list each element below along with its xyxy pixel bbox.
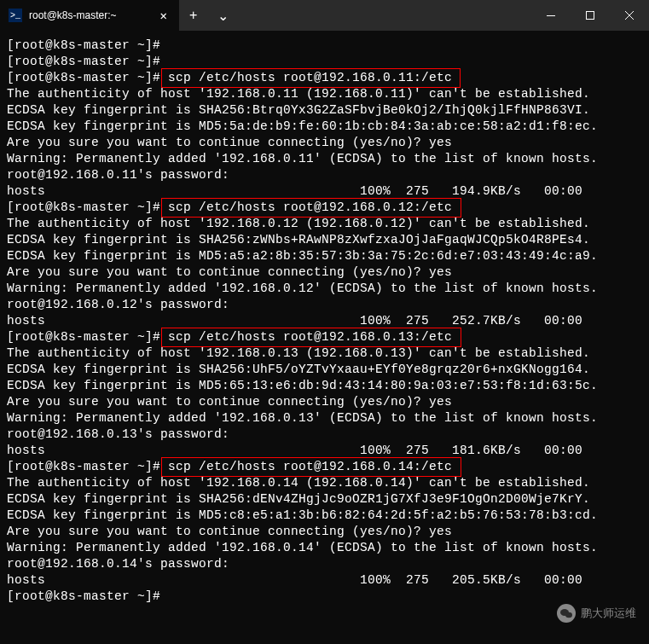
terminal-line: [root@k8s-master ~]# scp /etc/hosts root… [7, 200, 642, 216]
terminal-line: Warning: Permanently added '192.168.0.14… [7, 540, 642, 556]
tabs-area: >_ root@k8s-master:~ ✕ + ⌄ [0, 0, 239, 31]
terminal-line: [root@k8s-master ~]# [7, 589, 642, 605]
terminal-line: root@192.168.0.13's password: [7, 426, 642, 443]
window-controls [531, 0, 649, 31]
terminal-line: hosts 100% 275 181.6KB/s 00:00 [7, 443, 642, 459]
terminal-line: hosts 100% 275 252.7KB/s 00:00 [7, 313, 642, 329]
terminal-line: The authenticity of host '192.168.0.12 (… [7, 216, 642, 232]
maximize-icon [586, 11, 594, 20]
close-window-button[interactable] [610, 0, 649, 31]
powershell-icon: >_ [9, 9, 22, 22]
terminal-line: hosts 100% 275 194.9KB/s 00:00 [7, 183, 642, 200]
terminal-line: [root@k8s-master ~]# [7, 38, 642, 54]
terminal-tab[interactable]: >_ root@k8s-master:~ ✕ [0, 0, 179, 31]
terminal-line: ECDSA key fingerprint is MD5:65:13:e6:db… [7, 378, 642, 394]
terminal-line: ECDSA key fingerprint is MD5:a5:a2:8b:35… [7, 248, 642, 264]
svg-point-5 [565, 612, 572, 618]
close-tab-icon[interactable]: ✕ [157, 7, 171, 25]
terminal-line: The authenticity of host '192.168.0.11 (… [7, 86, 642, 102]
terminal-line: The authenticity of host '192.168.0.13 (… [7, 345, 642, 362]
svg-rect-1 [587, 12, 594, 20]
terminal-line: Are you sure you want to continue connec… [7, 264, 642, 281]
terminal-line: [root@k8s-master ~]# scp /etc/hosts root… [7, 459, 642, 475]
terminal-line: ECDSA key fingerprint is SHA256:dENv4ZHg… [7, 491, 642, 508]
terminal-line: root@192.168.0.11's password: [7, 167, 642, 183]
terminal-output[interactable]: [root@k8s-master ~]# [root@k8s-master ~]… [0, 31, 649, 612]
window-titlebar: >_ root@k8s-master:~ ✕ + ⌄ [0, 0, 649, 31]
watermark-text: 鹏大师运维 [581, 606, 636, 621]
wechat-icon [557, 604, 576, 623]
terminal-line: [root@k8s-master ~]# scp /etc/hosts root… [7, 329, 642, 345]
terminal-line: ECDSA key fingerprint is SHA256:Btrq0Yx3… [7, 102, 642, 119]
terminal-line: [root@k8s-master ~]# [7, 54, 642, 70]
terminal-line: Are you sure you want to continue connec… [7, 524, 642, 540]
terminal-line: Warning: Permanently added '192.168.0.12… [7, 281, 642, 297]
terminal-line: ECDSA key fingerprint is MD5:5a:de:b9:fe… [7, 119, 642, 135]
terminal-line: Are you sure you want to continue connec… [7, 394, 642, 410]
terminal-line: root@192.168.0.14's password: [7, 556, 642, 572]
terminal-line: [root@k8s-master ~]# scp /etc/hosts root… [7, 70, 642, 86]
svg-rect-0 [547, 15, 555, 16]
terminal-line: root@192.168.0.12's password: [7, 297, 642, 313]
watermark: 鹏大师运维 [557, 604, 636, 623]
new-tab-button[interactable]: + [179, 8, 207, 23]
tab-title: root@k8s-master:~ [29, 9, 150, 21]
terminal-line: ECDSA key fingerprint is SHA256:zWNbs+RA… [7, 232, 642, 248]
terminal-line: hosts 100% 275 205.5KB/s 00:00 [7, 572, 642, 589]
maximize-button[interactable] [571, 0, 610, 31]
terminal-line: Warning: Permanently added '192.168.0.11… [7, 151, 642, 167]
close-icon [625, 11, 634, 20]
terminal-line: Are you sure you want to continue connec… [7, 135, 642, 151]
tab-dropdown-icon[interactable]: ⌄ [207, 8, 239, 24]
minimize-icon [547, 15, 555, 16]
terminal-line: ECDSA key fingerprint is SHA256:UhF5/oYZ… [7, 362, 642, 378]
terminal-line: The authenticity of host '192.168.0.14 (… [7, 475, 642, 491]
minimize-button[interactable] [531, 0, 571, 31]
terminal-line: Warning: Permanently added '192.168.0.13… [7, 410, 642, 426]
terminal-line: ECDSA key fingerprint is MD5:c8:e5:a1:3b… [7, 508, 642, 524]
